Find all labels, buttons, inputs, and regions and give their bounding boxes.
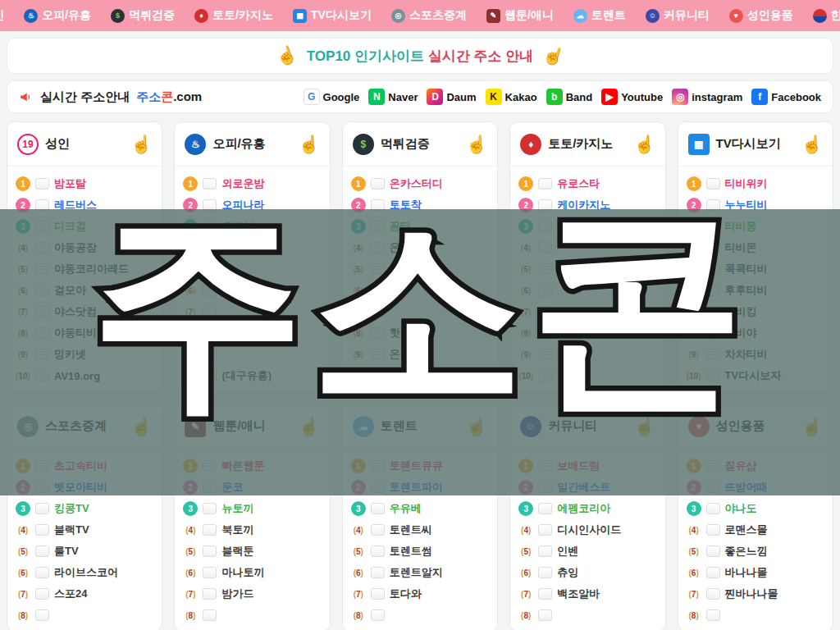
site-link[interactable]: 밍키넷 (54, 347, 86, 362)
category-header-torrent[interactable]: ☁토렌트☝ (343, 404, 497, 449)
nav-item-opi[interactable]: ♨오피/유흥 (24, 8, 91, 23)
site-link[interactable]: 우유베 (390, 501, 422, 516)
nav-item-community[interactable]: ☺커뮤니티 (646, 8, 710, 23)
nav-item-webtoon[interactable]: ✎웹툰/애니 (486, 8, 554, 23)
site-link[interactable]: 오피뷰 (221, 219, 253, 234)
site-link[interactable]: 북토끼 (221, 523, 253, 537)
site-link[interactable]: 외로운밤 (221, 176, 264, 191)
nav-item-toto[interactable]: ♦토토/카지노 (194, 8, 273, 23)
site-link[interactable]: 온카 (390, 240, 411, 255)
social-link-naver[interactable]: NNaver (368, 89, 418, 105)
category-header-sports[interactable]: ◎스포츠중계☝ (7, 404, 162, 449)
site-link[interactable]: 초고속티비 (54, 459, 107, 473)
site-link[interactable]: 에펨코리아 (557, 501, 610, 516)
site-link[interactable]: 토다와 (390, 587, 422, 601)
site-link[interactable]: (대구유흥) (221, 368, 272, 383)
site-link[interactable]: 꽁타 (390, 219, 411, 234)
site-link[interactable]: AV19.org (54, 370, 100, 382)
site-link[interactable]: 콕콕티비 (725, 262, 768, 276)
site-link[interactable]: 다 (390, 368, 400, 383)
site-link[interactable]: 케이카지노 (557, 198, 610, 212)
social-link-daum[interactable]: DDaum (427, 89, 476, 105)
site-link[interactable]: 둔코 (221, 480, 243, 495)
site-link[interactable]: 야동공장 (54, 240, 97, 255)
site-link[interactable]: 스포24 (54, 587, 87, 601)
site-link[interactable]: 블랙TV (54, 523, 89, 537)
site-link[interactable]: 레드버스 (54, 198, 97, 212)
site-link[interactable]: 온카스터디 (390, 176, 443, 191)
site-link[interactable]: 질유샵 (725, 459, 757, 473)
site-link[interactable]: 좋은느낌 (725, 544, 768, 559)
site-link[interactable]: 뉴토끼 (221, 501, 253, 516)
site-link[interactable]: 찐바나나몰 (725, 587, 778, 601)
social-link-youtube[interactable]: ▶Youtube (601, 89, 663, 105)
site-link[interactable]: 바나나몰 (725, 565, 768, 580)
nav-item-sports[interactable]: ◎스포츠중계 (391, 8, 467, 23)
site-link[interactable]: 누누티비 (725, 198, 768, 212)
site-link[interactable]: 핫 (390, 326, 400, 340)
site-link[interactable]: 온카판 (390, 347, 422, 362)
site-link[interactable]: 야스닷컴 (54, 304, 97, 319)
site-link[interactable]: 룰TV (54, 544, 79, 559)
category-header-goods[interactable]: ♥성인용품☝ (678, 404, 833, 449)
site-link[interactable]: 티비몬 (725, 240, 757, 255)
site-link[interactable]: 토렌트썸 (390, 544, 432, 559)
site-link[interactable]: 디크걸 (54, 219, 86, 234)
site-link[interactable]: 뜨밤어때 (725, 480, 768, 495)
site-link[interactable]: 야나도 (725, 501, 757, 516)
site-link[interactable]: 밤가드 (221, 587, 253, 601)
category-header-opi[interactable]: ♨오피/유흥☝ (175, 122, 329, 167)
social-link-google[interactable]: GGoogle (304, 89, 360, 105)
site-link[interactable]: 티비위키 (725, 176, 768, 191)
site-link[interactable]: 마나토끼 (221, 565, 264, 580)
site-link[interactable]: 일간베스트 (557, 480, 610, 495)
category-header-toto[interactable]: ♦토토/카지노☝ (510, 122, 664, 167)
site-link[interactable]: 야동코리아레드 (54, 262, 129, 276)
site-link[interactable]: 디시인사이드 (557, 523, 621, 537)
site-link[interactable]: 벳38 (557, 219, 579, 234)
site-link[interactable]: 토렌트파이 (390, 480, 443, 495)
site-link[interactable]: 티비야 (725, 326, 757, 340)
category-header-webtoon[interactable]: ✎웹툰/애니☝ (175, 404, 329, 449)
category-header-adult[interactable]: 19성인☝ (7, 122, 162, 167)
site-link[interactable]: 오피나라 (221, 198, 264, 212)
site-link[interactable]: 야동티비 (54, 326, 97, 340)
category-header-community[interactable]: ☺커뮤니티☝ (510, 404, 664, 449)
site-link[interactable]: 하이오피 (221, 326, 264, 340)
category-header-tv[interactable]: ▦TV다시보기☝ (678, 122, 833, 167)
site-link[interactable]: 차차티비 (725, 347, 768, 362)
site-link[interactable]: 백조알바 (557, 587, 600, 601)
site-link[interactable]: 인벤 (557, 544, 578, 559)
site-link[interactable]: 티비몽 (725, 219, 757, 234)
social-link-band[interactable]: bBand (546, 89, 593, 105)
social-link-facebook[interactable]: fFacebook (751, 89, 821, 105)
site-link[interactable]: TV다시보자 (725, 368, 782, 383)
site-link[interactable]: 토토착 (390, 198, 422, 212)
top10-banner[interactable]: ☝ TOP10 인기사이트 실시간 주소 안내 ☝ (7, 38, 833, 74)
site-link[interactable]: 토렌트알지 (390, 565, 443, 580)
nav-item-torrent[interactable]: ☁토렌트 (573, 8, 626, 23)
site-link[interactable]: 라이브스코어 (54, 565, 118, 580)
site-link[interactable]: 벳모아티비 (54, 480, 107, 495)
site-link[interactable]: 킹콩TV (54, 501, 89, 516)
nav-item-tv[interactable]: ▦TV다시보기 (293, 8, 372, 23)
social-link-kakao[interactable]: KKakao (486, 89, 537, 105)
nav-item-adult[interactable]: 19성인 (0, 8, 4, 23)
site-link[interactable]: 토렌트큐큐 (390, 459, 443, 473)
category-header-verify[interactable]: $먹튀검증☝ (343, 122, 497, 167)
site-link[interactable]: 빠른웹툰 (221, 459, 264, 473)
site-link[interactable]: 토렌트씨 (390, 523, 432, 537)
site-link[interactable]: 로맨스몰 (725, 523, 768, 537)
site-link[interactable]: 츄잉 (557, 565, 578, 580)
site-link[interactable]: 후후티비 (725, 283, 768, 298)
social-link-instagram[interactable]: ◎instagram (672, 89, 742, 105)
nav-item-korean[interactable]: 한인교민 (813, 8, 840, 23)
site-link[interactable]: 걸모아 (54, 283, 86, 298)
site-link[interactable]: 블랙툰 (221, 544, 253, 559)
site-link[interactable]: 보배드림 (557, 459, 600, 473)
site-link[interactable]: 무비킹 (725, 304, 757, 319)
site-link[interactable]: 유로스타 (557, 176, 600, 191)
nav-item-verify[interactable]: $먹튀검증 (111, 8, 175, 23)
site-brand[interactable]: 실시간 주소안내 주소콘.com (19, 89, 202, 105)
nav-item-goods[interactable]: ♥성인용품 (729, 8, 793, 23)
